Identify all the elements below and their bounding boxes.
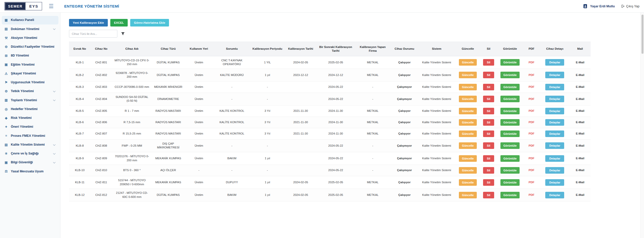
view-button[interactable]: Görüntüle [500,155,520,162]
details-button[interactable]: Detaylar [545,108,564,114]
sidebar-item-8d-yönetimi[interactable]: ⊞ 8D Yönetimi [2,51,58,60]
update-button[interactable]: Güncelle [459,179,477,186]
delete-button[interactable]: Sil [483,179,494,186]
delete-button[interactable]: Sil [483,84,494,90]
sidebar-item-çevre-ve-i-ş-sağlığı[interactable]: ✳ Çevre ve İş Sağlığı [2,149,58,158]
delete-button[interactable]: Sil [483,119,494,126]
logout-button[interactable]: Çıkış Yap [621,4,639,8]
sidebar-item-düzeltici-faaliyetler-yönetimi[interactable]: ⚙ Düzeltici Faaliyetler Yönetimi [2,43,58,51]
sidebar-item-kalite-yönetim-sistemi[interactable]: ▤ Kalite Yönetim Sistemi [2,141,58,149]
view-button[interactable]: Görüntüle [500,142,520,149]
update-button[interactable]: Güncelle [459,155,477,162]
menu-toggle-icon[interactable]: ☰ [49,4,54,9]
update-button[interactable]: Güncelle [459,130,477,137]
email-link[interactable]: E-Mail [576,157,584,160]
filter-funnel-icon[interactable] [121,32,125,36]
view-button[interactable]: Görüntüle [500,167,520,174]
update-button[interactable]: Güncelle [459,96,477,102]
delete-button[interactable]: Sil [483,72,494,78]
email-link[interactable]: E-Mail [576,181,584,184]
details-button[interactable]: Detaylar [545,119,564,126]
update-button[interactable]: Güncelle [459,84,477,90]
email-link[interactable]: E-Mail [576,144,584,147]
update-button[interactable]: Güncelle [459,108,477,114]
delete-button[interactable]: Sil [483,59,494,66]
pdf-link[interactable]: PDF [529,144,534,147]
update-button[interactable]: Güncelle [459,72,477,78]
email-link[interactable]: E-Mail [576,61,584,64]
pdf-link[interactable]: PDF [529,121,534,124]
details-button[interactable]: Detaylar [545,192,564,198]
device-type-search-input[interactable] [69,30,117,38]
email-link[interactable]: E-Mail [576,85,584,88]
details-button[interactable]: Detaylar [545,84,564,90]
email-link[interactable]: E-Mail [576,193,584,196]
pdf-link[interactable]: PDF [529,61,534,64]
details-button[interactable]: Detaylar [545,59,564,66]
details-button[interactable]: Detaylar [545,167,564,174]
delete-button[interactable]: Sil [483,167,494,174]
details-button[interactable]: Detaylar [545,142,564,149]
task-reminder-button[interactable]: Görev-Hatırlatma Ekle [130,19,169,27]
details-button[interactable]: Detaylar [545,96,564,102]
view-button[interactable]: Görüntüle [500,72,520,78]
email-link[interactable]: E-Mail [576,121,584,124]
email-link[interactable]: E-Mail [576,132,584,135]
scrollbar-thumb[interactable] [641,15,643,54]
details-button[interactable]: Detaylar [545,155,564,162]
pdf-link[interactable]: PDF [529,109,534,112]
pdf-link[interactable]: PDF [529,73,534,76]
sidebar-item-proses-fmea-yönetimi[interactable]: ≡ Proses FMEA Yönetimi [2,131,58,140]
pdf-link[interactable]: PDF [529,169,534,172]
sidebar-item-şikayet-yönetimi[interactable]: ⚠ Şikayet Yönetimi [2,69,58,78]
view-button[interactable]: Görüntüle [500,192,520,198]
pdf-link[interactable]: PDF [529,97,534,100]
update-button[interactable]: Güncelle [459,59,477,66]
delete-button[interactable]: Sil [483,192,494,198]
pdf-link[interactable]: PDF [529,85,534,88]
sidebar-item-uygunsuzluk-yönetimi[interactable]: ⚑ Uygunsuzluk Yönetimi [2,78,58,87]
sidebar-item-öneri-yönetimi[interactable]: ✦ Öneri Yönetimi [2,123,58,131]
view-button[interactable]: Görüntüle [500,179,520,186]
email-link[interactable]: E-Mail [576,169,584,172]
email-link[interactable]: E-Mail [576,73,584,76]
app-logo[interactable]: SEMER EYS [5,2,42,10]
delete-button[interactable]: Sil [483,130,494,137]
update-button[interactable]: Güncelle [459,192,477,198]
update-button[interactable]: Güncelle [459,142,477,149]
email-link[interactable]: E-Mail [576,109,584,112]
delete-button[interactable]: Sil [483,108,494,114]
details-button[interactable]: Detaylar [545,179,564,186]
sidebar-item-bilgi-güvenliği[interactable]: ▣ Bilgi Güvenliği [2,158,58,167]
update-button[interactable]: Güncelle [459,167,477,174]
delete-button[interactable]: Sil [483,96,494,102]
email-link[interactable]: E-Mail [576,97,584,100]
excel-export-button[interactable]: EXCEL [110,19,128,27]
sidebar-item-tetkik-yönetimi[interactable]: ⚙ Tetkik Yönetimi [2,87,58,96]
view-button[interactable]: Görüntüle [500,130,520,137]
sidebar-item-eğitim-yönetimi[interactable]: ▣ Eğitim Yönetimi [2,60,58,69]
view-button[interactable]: Görüntüle [500,96,520,102]
sidebar-item-toplantı-yönetimi[interactable]: ▥ Toplantı Yönetimi [2,96,58,104]
update-button[interactable]: Güncelle [459,119,477,126]
view-button[interactable]: Görüntüle [500,84,520,90]
pdf-link[interactable]: PDF [529,181,534,184]
view-button[interactable]: Görüntüle [500,119,520,126]
pdf-link[interactable]: PDF [529,132,534,135]
contact-card-icon[interactable] [583,4,588,9]
sidebar-item-aksiyon-yönetimi[interactable]: ⚒ Aksiyon Yönetimi [2,34,58,42]
sidebar-item-doküman-yönetimi[interactable]: ▤ Doküman Yönetimi [2,25,58,33]
new-calibration-button[interactable]: Yeni Kalibrasyon Ekle [69,19,108,27]
delete-button[interactable]: Sil [483,142,494,149]
sidebar-item-hedefler-yönetimi[interactable]: ◎ Hedefler Yönetimi [2,105,58,114]
sidebar-item-risk-yönetimi[interactable]: ◆ Risk Yönetimi [2,114,58,122]
pdf-link[interactable]: PDF [529,193,534,196]
pdf-link[interactable]: PDF [529,157,534,160]
delete-button[interactable]: Sil [483,155,494,162]
sidebar-item-kullanıcı-paneli[interactable]: ▦ Kullanıcı Paneli [2,16,58,24]
sidebar-item-yasal-mevzuata-uyum[interactable]: ⚖ Yasal Mevzuata Uyum [2,167,58,176]
view-button[interactable]: Görüntüle [500,108,520,114]
details-button[interactable]: Detaylar [545,72,564,78]
vertical-scrollbar[interactable] [640,13,644,238]
view-button[interactable]: Görüntüle [500,59,520,66]
